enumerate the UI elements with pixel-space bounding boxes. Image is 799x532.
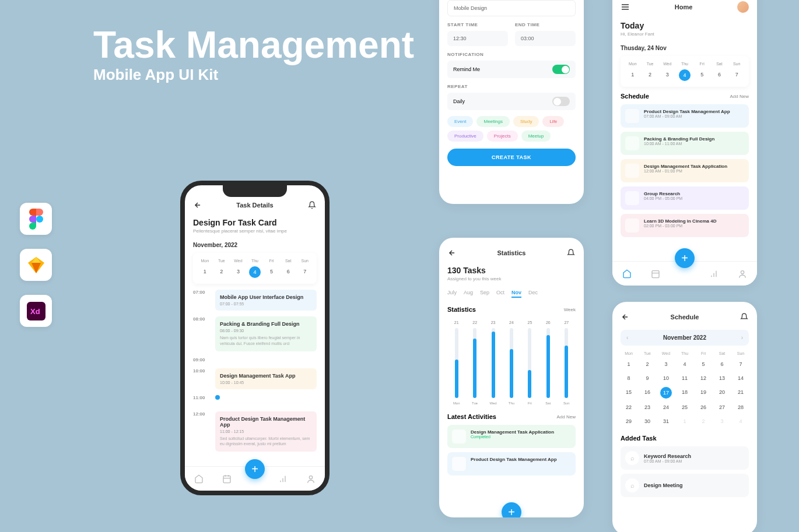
bell-icon[interactable] [740, 312, 749, 322]
weekday-number[interactable]: 1 [198, 266, 212, 278]
task-card[interactable]: Product Design Task Management App11:00 … [215, 411, 317, 452]
calendar-day[interactable]: 17 [660, 387, 672, 399]
chevron-left-icon[interactable]: ‹ [626, 334, 628, 341]
stats-icon[interactable] [709, 269, 719, 279]
schedule-item[interactable]: Product Design Task Management App07:00 … [621, 104, 749, 128]
calendar-day[interactable]: 6 [714, 359, 730, 369]
month-tabs[interactable]: JulyAugSepOctNovDec [447, 290, 576, 298]
calendar-day[interactable]: 2 [639, 359, 656, 369]
calendar-day[interactable]: 16 [639, 387, 656, 399]
home-icon[interactable] [622, 269, 632, 279]
category-tag[interactable]: Study [513, 116, 539, 127]
calendar-day[interactable]: 5 [695, 359, 712, 369]
weekday-number[interactable]: 4 [679, 69, 691, 81]
weekday-number[interactable]: 6 [281, 266, 296, 278]
add-new-link[interactable]: Add New [557, 414, 576, 420]
category-tag[interactable]: Meetings [476, 116, 509, 127]
stats-icon[interactable] [278, 474, 288, 484]
task-card[interactable]: Design Management Task App10:00 - 10:45 [215, 368, 317, 389]
create-task-button[interactable]: CREATE TASK [447, 149, 576, 166]
remind-toggle[interactable] [552, 65, 570, 74]
calendar-day[interactable]: 11 [677, 373, 693, 383]
back-icon[interactable] [621, 312, 630, 322]
calendar-day[interactable]: 28 [733, 402, 749, 413]
week-picker[interactable]: MonTueWedThuFriSatSun 1234567 [193, 253, 317, 284]
back-icon[interactable] [447, 248, 457, 258]
calendar-day[interactable]: 4 [677, 359, 693, 369]
weekday-number[interactable]: 1 [625, 69, 640, 81]
month-tab[interactable]: July [447, 290, 457, 298]
task-card[interactable]: Packing & Branding Full Design08:00 - 09… [215, 316, 317, 351]
menu-icon[interactable] [621, 2, 630, 12]
calendar-day[interactable]: 19 [695, 387, 712, 399]
category-tag[interactable]: Meetup [521, 131, 551, 142]
calendar-day[interactable]: 13 [714, 373, 730, 383]
calendar-day[interactable]: 1 [677, 416, 693, 427]
week-picker[interactable]: MonTueWedThuFriSatSun 1234567 [621, 56, 749, 87]
weekday-number[interactable]: 3 [231, 266, 246, 278]
calendar-day[interactable]: 4 [733, 416, 749, 427]
calendar-day[interactable]: 8 [621, 373, 637, 383]
calendar-day[interactable]: 3 [658, 359, 674, 369]
weekday-number[interactable]: 3 [660, 69, 675, 81]
calendar-day[interactable]: 30 [639, 416, 656, 427]
home-icon[interactable] [194, 474, 204, 484]
add-new-link[interactable]: Add New [730, 94, 749, 99]
calendar-day[interactable]: 1 [621, 359, 637, 369]
calendar-day[interactable]: 31 [658, 416, 674, 427]
month-tab[interactable]: Nov [511, 290, 521, 298]
weekday-number[interactable]: 4 [249, 266, 261, 278]
calendar-day[interactable]: 2 [695, 416, 712, 427]
category-tag[interactable]: Event [447, 116, 473, 127]
calendar-day[interactable]: 10 [658, 373, 674, 383]
schedule-item[interactable]: Learn 3D Modeling in Cinema 4D02:00 PM -… [621, 214, 749, 237]
calendar-day[interactable]: 21 [733, 387, 749, 399]
calendar-day[interactable]: 29 [621, 416, 637, 427]
calendar-day[interactable]: 23 [639, 402, 656, 413]
profile-icon[interactable] [306, 474, 316, 484]
category-tag[interactable]: Life [542, 116, 564, 127]
add-button[interactable]: + [245, 459, 265, 479]
calendar-day[interactable]: 27 [714, 402, 730, 413]
add-button[interactable]: + [675, 248, 695, 268]
calendar-day[interactable]: 7 [733, 359, 749, 369]
calendar-grid[interactable]: MonTueWedThuFriSatSun1234567891011121314… [621, 351, 749, 427]
end-time-input[interactable]: 03:00 [515, 31, 576, 46]
activity-item[interactable]: Design Management Task ApplicationComple… [447, 425, 576, 448]
calendar-day[interactable]: 22 [621, 402, 637, 413]
calendar-day[interactable]: 15 [621, 387, 637, 399]
month-tab[interactable]: Oct [496, 290, 504, 298]
weekday-number[interactable]: 5 [695, 69, 710, 81]
avatar[interactable] [737, 1, 749, 13]
repeat-toggle[interactable] [552, 97, 570, 106]
calendar-day[interactable]: 25 [677, 402, 693, 413]
task-card[interactable]: Mobile App User Interface Design07:00 - … [215, 290, 317, 311]
category-tag[interactable]: Projects [487, 131, 518, 142]
bell-icon[interactable] [307, 200, 317, 210]
month-tab[interactable]: Dec [528, 290, 538, 298]
schedule-item[interactable]: Design Management Task Application12:00 … [621, 159, 749, 182]
activity-item[interactable]: Product Design Task Management App [447, 452, 576, 475]
calendar-day[interactable]: 9 [639, 373, 656, 383]
calendar-day[interactable]: 24 [658, 402, 674, 413]
added-task-item[interactable]: ⌕Design Meeting [621, 474, 749, 497]
calendar-day[interactable]: 3 [714, 416, 730, 427]
calendar-day[interactable]: 12 [695, 373, 712, 383]
calendar-day[interactable]: 18 [677, 387, 693, 399]
calendar-day[interactable]: 26 [695, 402, 712, 413]
weekday-number[interactable]: 7 [297, 266, 312, 278]
back-icon[interactable] [193, 200, 202, 210]
start-time-input[interactable]: 12:30 [447, 31, 508, 46]
calendar-icon[interactable] [651, 269, 660, 279]
weekday-number[interactable]: 7 [729, 69, 744, 81]
weekday-number[interactable]: 6 [712, 69, 727, 81]
calendar-icon[interactable] [222, 474, 232, 484]
schedule-item[interactable]: Group Research04:00 PM - 05:00 PM [621, 186, 749, 210]
add-button[interactable]: + [502, 502, 521, 517]
weekday-number[interactable]: 2 [643, 69, 658, 81]
category-tag[interactable]: Productive [447, 131, 483, 142]
task-name-input[interactable]: Mobile Design [447, 0, 576, 16]
calendar-day[interactable]: 14 [733, 373, 749, 383]
added-task-item[interactable]: ⌕Keyword Research07:00 AM - 09:00 AM [621, 446, 749, 470]
chevron-right-icon[interactable]: › [741, 334, 743, 341]
